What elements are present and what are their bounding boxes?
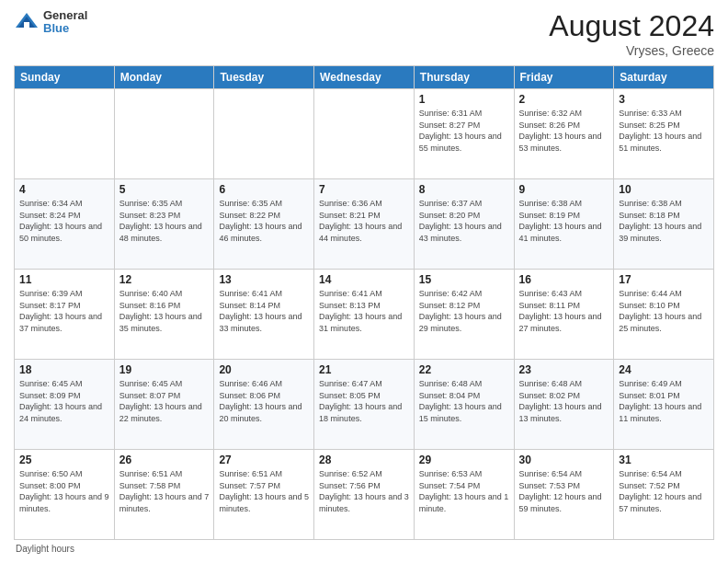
week-row-5: 25Sunrise: 6:50 AMSunset: 8:00 PMDayligh… [15, 450, 714, 540]
day-info: Sunrise: 6:35 AMSunset: 8:22 PMDaylight:… [219, 199, 301, 243]
day-info: Sunrise: 6:38 AMSunset: 8:19 PMDaylight:… [519, 199, 602, 243]
calendar-cell: 7Sunrise: 6:36 AMSunset: 8:21 PMDaylight… [314, 179, 415, 270]
svg-rect-2 [24, 22, 29, 29]
day-number: 28 [319, 454, 409, 466]
day-info: Sunrise: 6:43 AMSunset: 8:11 PMDaylight:… [519, 289, 602, 333]
day-info: Sunrise: 6:49 AMSunset: 8:01 PMDaylight:… [619, 379, 701, 423]
week-row-3: 11Sunrise: 6:39 AMSunset: 8:17 PMDayligh… [15, 270, 714, 360]
calendar-cell [214, 89, 314, 179]
day-info: Sunrise: 6:41 AMSunset: 8:13 PMDaylight:… [319, 289, 402, 333]
day-info: Sunrise: 6:33 AMSunset: 8:25 PMDaylight:… [619, 109, 701, 153]
logo-text: General Blue [43, 9, 87, 36]
day-number: 6 [219, 183, 309, 196]
day-number: 21 [319, 363, 409, 376]
day-info: Sunrise: 6:52 AMSunset: 7:56 PMDaylight:… [319, 469, 409, 513]
day-info: Sunrise: 6:48 AMSunset: 8:02 PMDaylight:… [519, 379, 602, 423]
calendar-cell: 19Sunrise: 6:45 AMSunset: 8:07 PMDayligh… [114, 360, 214, 450]
day-number: 27 [219, 454, 309, 466]
week-row-1: 1Sunrise: 6:31 AMSunset: 8:27 PMDaylight… [15, 89, 714, 179]
day-number: 29 [419, 454, 509, 466]
day-info: Sunrise: 6:51 AMSunset: 7:57 PMDaylight:… [219, 469, 309, 513]
calendar-cell: 30Sunrise: 6:54 AMSunset: 7:53 PMDayligh… [514, 450, 614, 540]
calendar-cell: 28Sunrise: 6:52 AMSunset: 7:56 PMDayligh… [314, 450, 415, 540]
calendar-cell: 5Sunrise: 6:35 AMSunset: 8:23 PMDaylight… [114, 179, 214, 270]
calendar-cell: 26Sunrise: 6:51 AMSunset: 7:58 PMDayligh… [114, 450, 214, 540]
day-info: Sunrise: 6:39 AMSunset: 8:17 PMDaylight:… [19, 289, 102, 333]
day-header-monday: Monday [114, 66, 214, 89]
logo-icon [14, 9, 40, 35]
calendar-cell: 16Sunrise: 6:43 AMSunset: 8:11 PMDayligh… [514, 270, 614, 360]
day-info: Sunrise: 6:45 AMSunset: 8:07 PMDaylight:… [119, 379, 202, 423]
day-info: Sunrise: 6:31 AMSunset: 8:27 PMDaylight:… [419, 109, 502, 153]
day-header-saturday: Saturday [614, 66, 714, 89]
day-number: 18 [19, 363, 109, 376]
day-number: 17 [619, 273, 709, 286]
calendar-cell: 29Sunrise: 6:53 AMSunset: 7:54 PMDayligh… [414, 450, 514, 540]
day-info: Sunrise: 6:53 AMSunset: 7:54 PMDaylight:… [419, 469, 509, 513]
day-number: 12 [119, 273, 210, 286]
day-info: Sunrise: 6:32 AMSunset: 8:26 PMDaylight:… [519, 109, 602, 153]
logo: General Blue [14, 9, 87, 36]
day-number: 10 [619, 183, 709, 196]
calendar-cell [314, 89, 415, 179]
month-title: August 2024 [549, 9, 714, 43]
day-number: 9 [519, 183, 609, 196]
title-block: August 2024 Vryses, Greece [549, 9, 714, 58]
day-info: Sunrise: 6:46 AMSunset: 8:06 PMDaylight:… [219, 379, 301, 423]
day-number: 3 [619, 93, 709, 106]
day-number: 15 [419, 273, 509, 286]
footer-note: Daylight hours [14, 544, 714, 554]
calendar-cell: 27Sunrise: 6:51 AMSunset: 7:57 PMDayligh… [214, 450, 314, 540]
calendar-cell: 23Sunrise: 6:48 AMSunset: 8:02 PMDayligh… [514, 360, 614, 450]
day-header-sunday: Sunday [15, 66, 115, 89]
calendar-cell [15, 89, 115, 179]
calendar-header-row: SundayMondayTuesdayWednesdayThursdayFrid… [15, 66, 714, 89]
calendar-cell: 17Sunrise: 6:44 AMSunset: 8:10 PMDayligh… [614, 270, 714, 360]
calendar-cell: 18Sunrise: 6:45 AMSunset: 8:09 PMDayligh… [15, 360, 115, 450]
day-number: 4 [19, 183, 109, 196]
day-number: 14 [319, 273, 409, 286]
day-number: 5 [119, 183, 210, 196]
calendar-cell: 24Sunrise: 6:49 AMSunset: 8:01 PMDayligh… [614, 360, 714, 450]
day-info: Sunrise: 6:44 AMSunset: 8:10 PMDaylight:… [619, 289, 701, 333]
calendar-cell: 31Sunrise: 6:54 AMSunset: 7:52 PMDayligh… [614, 450, 714, 540]
calendar-cell: 15Sunrise: 6:42 AMSunset: 8:12 PMDayligh… [414, 270, 514, 360]
day-number: 11 [19, 273, 109, 286]
calendar-cell: 11Sunrise: 6:39 AMSunset: 8:17 PMDayligh… [15, 270, 115, 360]
day-info: Sunrise: 6:54 AMSunset: 7:53 PMDaylight:… [519, 469, 602, 513]
day-number: 7 [319, 183, 409, 196]
calendar-cell [114, 89, 214, 179]
calendar-cell: 8Sunrise: 6:37 AMSunset: 8:20 PMDaylight… [414, 179, 514, 270]
day-number: 1 [419, 93, 509, 106]
week-row-4: 18Sunrise: 6:45 AMSunset: 8:09 PMDayligh… [15, 360, 714, 450]
calendar-cell: 14Sunrise: 6:41 AMSunset: 8:13 PMDayligh… [314, 270, 415, 360]
logo-general-text: General [43, 9, 87, 22]
day-number: 19 [119, 363, 210, 376]
calendar-cell: 1Sunrise: 6:31 AMSunset: 8:27 PMDaylight… [414, 89, 514, 179]
calendar-cell: 9Sunrise: 6:38 AMSunset: 8:19 PMDaylight… [514, 179, 614, 270]
day-info: Sunrise: 6:50 AMSunset: 8:00 PMDaylight:… [19, 469, 109, 513]
day-number: 31 [619, 454, 709, 466]
calendar-cell: 21Sunrise: 6:47 AMSunset: 8:05 PMDayligh… [314, 360, 415, 450]
day-number: 23 [519, 363, 609, 376]
day-info: Sunrise: 6:51 AMSunset: 7:58 PMDaylight:… [119, 469, 210, 513]
day-number: 13 [219, 273, 309, 286]
location: Vryses, Greece [549, 43, 714, 58]
day-info: Sunrise: 6:42 AMSunset: 8:12 PMDaylight:… [419, 289, 502, 333]
header: General Blue August 2024 Vryses, Greece [14, 9, 714, 58]
calendar-cell: 22Sunrise: 6:48 AMSunset: 8:04 PMDayligh… [414, 360, 514, 450]
calendar-cell: 2Sunrise: 6:32 AMSunset: 8:26 PMDaylight… [514, 89, 614, 179]
calendar-cell: 3Sunrise: 6:33 AMSunset: 8:25 PMDaylight… [614, 89, 714, 179]
day-info: Sunrise: 6:41 AMSunset: 8:14 PMDaylight:… [219, 289, 301, 333]
day-info: Sunrise: 6:54 AMSunset: 7:52 PMDaylight:… [619, 469, 701, 513]
day-info: Sunrise: 6:48 AMSunset: 8:04 PMDaylight:… [419, 379, 502, 423]
day-info: Sunrise: 6:47 AMSunset: 8:05 PMDaylight:… [319, 379, 402, 423]
day-info: Sunrise: 6:35 AMSunset: 8:23 PMDaylight:… [119, 199, 202, 243]
day-info: Sunrise: 6:38 AMSunset: 8:18 PMDaylight:… [619, 199, 701, 243]
day-number: 24 [619, 363, 709, 376]
day-number: 25 [19, 454, 109, 466]
day-header-wednesday: Wednesday [314, 66, 415, 89]
day-info: Sunrise: 6:40 AMSunset: 8:16 PMDaylight:… [119, 289, 202, 333]
calendar-cell: 25Sunrise: 6:50 AMSunset: 8:00 PMDayligh… [15, 450, 115, 540]
day-info: Sunrise: 6:34 AMSunset: 8:24 PMDaylight:… [19, 199, 102, 243]
